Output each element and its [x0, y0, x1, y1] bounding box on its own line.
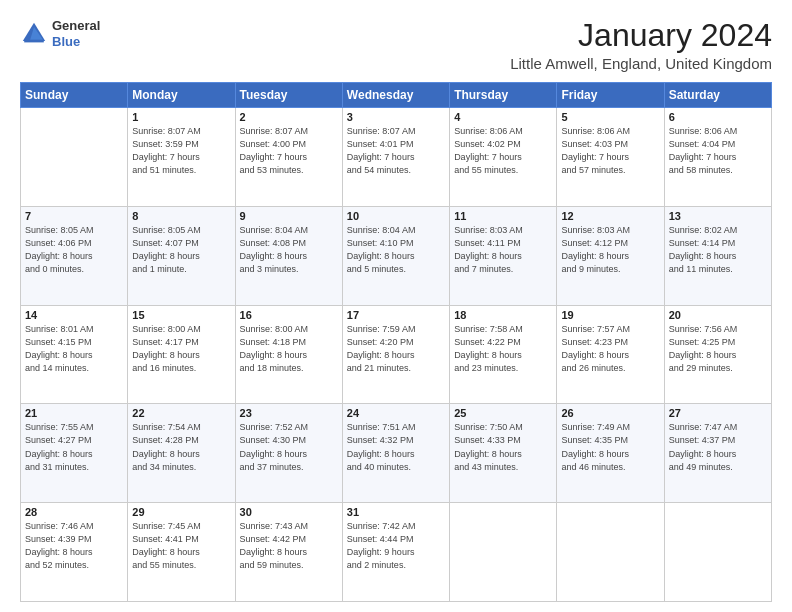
logo-text: General Blue [52, 18, 100, 49]
cell-info: Sunrise: 8:04 AM Sunset: 4:10 PM Dayligh… [347, 224, 445, 276]
calendar-week-4: 21Sunrise: 7:55 AM Sunset: 4:27 PM Dayli… [21, 404, 772, 503]
calendar-cell: 3Sunrise: 8:07 AM Sunset: 4:01 PM Daylig… [342, 108, 449, 207]
cell-info: Sunrise: 7:51 AM Sunset: 4:32 PM Dayligh… [347, 421, 445, 473]
calendar-cell: 14Sunrise: 8:01 AM Sunset: 4:15 PM Dayli… [21, 305, 128, 404]
cell-info: Sunrise: 7:47 AM Sunset: 4:37 PM Dayligh… [669, 421, 767, 473]
calendar-cell: 8Sunrise: 8:05 AM Sunset: 4:07 PM Daylig… [128, 206, 235, 305]
title-block: January 2024 Little Amwell, England, Uni… [510, 18, 772, 72]
cell-info: Sunrise: 8:07 AM Sunset: 4:00 PM Dayligh… [240, 125, 338, 177]
day-number: 24 [347, 407, 445, 419]
day-number: 1 [132, 111, 230, 123]
day-number: 19 [561, 309, 659, 321]
cell-info: Sunrise: 8:03 AM Sunset: 4:12 PM Dayligh… [561, 224, 659, 276]
calendar-cell: 28Sunrise: 7:46 AM Sunset: 4:39 PM Dayli… [21, 503, 128, 602]
weekday-header-tuesday: Tuesday [235, 83, 342, 108]
calendar-cell [664, 503, 771, 602]
calendar-cell: 2Sunrise: 8:07 AM Sunset: 4:00 PM Daylig… [235, 108, 342, 207]
calendar-cell: 9Sunrise: 8:04 AM Sunset: 4:08 PM Daylig… [235, 206, 342, 305]
day-number: 15 [132, 309, 230, 321]
calendar-cell: 10Sunrise: 8:04 AM Sunset: 4:10 PM Dayli… [342, 206, 449, 305]
day-number: 30 [240, 506, 338, 518]
calendar-cell: 26Sunrise: 7:49 AM Sunset: 4:35 PM Dayli… [557, 404, 664, 503]
cell-info: Sunrise: 8:02 AM Sunset: 4:14 PM Dayligh… [669, 224, 767, 276]
day-number: 25 [454, 407, 552, 419]
weekday-header-friday: Friday [557, 83, 664, 108]
calendar-cell: 22Sunrise: 7:54 AM Sunset: 4:28 PM Dayli… [128, 404, 235, 503]
day-number: 27 [669, 407, 767, 419]
day-number: 8 [132, 210, 230, 222]
cell-info: Sunrise: 8:05 AM Sunset: 4:06 PM Dayligh… [25, 224, 123, 276]
calendar-cell: 1Sunrise: 8:07 AM Sunset: 3:59 PM Daylig… [128, 108, 235, 207]
day-number: 6 [669, 111, 767, 123]
calendar-cell: 6Sunrise: 8:06 AM Sunset: 4:04 PM Daylig… [664, 108, 771, 207]
calendar-cell: 24Sunrise: 7:51 AM Sunset: 4:32 PM Dayli… [342, 404, 449, 503]
day-number: 17 [347, 309, 445, 321]
calendar-cell: 29Sunrise: 7:45 AM Sunset: 4:41 PM Dayli… [128, 503, 235, 602]
calendar-cell: 27Sunrise: 7:47 AM Sunset: 4:37 PM Dayli… [664, 404, 771, 503]
calendar-week-5: 28Sunrise: 7:46 AM Sunset: 4:39 PM Dayli… [21, 503, 772, 602]
cell-info: Sunrise: 7:43 AM Sunset: 4:42 PM Dayligh… [240, 520, 338, 572]
day-number: 16 [240, 309, 338, 321]
day-number: 13 [669, 210, 767, 222]
cell-info: Sunrise: 7:50 AM Sunset: 4:33 PM Dayligh… [454, 421, 552, 473]
header: General Blue January 2024 Little Amwell,… [20, 18, 772, 72]
calendar-cell [450, 503, 557, 602]
day-number: 11 [454, 210, 552, 222]
day-number: 23 [240, 407, 338, 419]
day-number: 2 [240, 111, 338, 123]
weekday-header-saturday: Saturday [664, 83, 771, 108]
logo: General Blue [20, 18, 100, 49]
calendar-cell: 23Sunrise: 7:52 AM Sunset: 4:30 PM Dayli… [235, 404, 342, 503]
cell-info: Sunrise: 8:01 AM Sunset: 4:15 PM Dayligh… [25, 323, 123, 375]
weekday-header-sunday: Sunday [21, 83, 128, 108]
cell-info: Sunrise: 8:03 AM Sunset: 4:11 PM Dayligh… [454, 224, 552, 276]
cell-info: Sunrise: 7:46 AM Sunset: 4:39 PM Dayligh… [25, 520, 123, 572]
cell-info: Sunrise: 8:04 AM Sunset: 4:08 PM Dayligh… [240, 224, 338, 276]
cell-info: Sunrise: 8:00 AM Sunset: 4:18 PM Dayligh… [240, 323, 338, 375]
cell-info: Sunrise: 7:42 AM Sunset: 4:44 PM Dayligh… [347, 520, 445, 572]
calendar-cell: 25Sunrise: 7:50 AM Sunset: 4:33 PM Dayli… [450, 404, 557, 503]
calendar-cell: 21Sunrise: 7:55 AM Sunset: 4:27 PM Dayli… [21, 404, 128, 503]
calendar-cell [557, 503, 664, 602]
day-number: 20 [669, 309, 767, 321]
cell-info: Sunrise: 8:06 AM Sunset: 4:04 PM Dayligh… [669, 125, 767, 177]
cell-info: Sunrise: 7:58 AM Sunset: 4:22 PM Dayligh… [454, 323, 552, 375]
calendar-cell: 17Sunrise: 7:59 AM Sunset: 4:20 PM Dayli… [342, 305, 449, 404]
cell-info: Sunrise: 7:59 AM Sunset: 4:20 PM Dayligh… [347, 323, 445, 375]
cell-info: Sunrise: 7:57 AM Sunset: 4:23 PM Dayligh… [561, 323, 659, 375]
day-number: 26 [561, 407, 659, 419]
day-number: 31 [347, 506, 445, 518]
calendar-week-3: 14Sunrise: 8:01 AM Sunset: 4:15 PM Dayli… [21, 305, 772, 404]
weekday-header-wednesday: Wednesday [342, 83, 449, 108]
day-number: 5 [561, 111, 659, 123]
calendar-cell: 11Sunrise: 8:03 AM Sunset: 4:11 PM Dayli… [450, 206, 557, 305]
month-title: January 2024 [510, 18, 772, 53]
day-number: 18 [454, 309, 552, 321]
cell-info: Sunrise: 7:54 AM Sunset: 4:28 PM Dayligh… [132, 421, 230, 473]
weekday-header-monday: Monday [128, 83, 235, 108]
logo-icon [20, 20, 48, 48]
calendar-cell [21, 108, 128, 207]
calendar-week-1: 1Sunrise: 8:07 AM Sunset: 3:59 PM Daylig… [21, 108, 772, 207]
calendar-cell: 30Sunrise: 7:43 AM Sunset: 4:42 PM Dayli… [235, 503, 342, 602]
calendar-cell: 12Sunrise: 8:03 AM Sunset: 4:12 PM Dayli… [557, 206, 664, 305]
weekday-header-row: SundayMondayTuesdayWednesdayThursdayFrid… [21, 83, 772, 108]
cell-info: Sunrise: 7:55 AM Sunset: 4:27 PM Dayligh… [25, 421, 123, 473]
calendar-cell: 13Sunrise: 8:02 AM Sunset: 4:14 PM Dayli… [664, 206, 771, 305]
calendar-cell: 19Sunrise: 7:57 AM Sunset: 4:23 PM Dayli… [557, 305, 664, 404]
day-number: 3 [347, 111, 445, 123]
calendar-cell: 18Sunrise: 7:58 AM Sunset: 4:22 PM Dayli… [450, 305, 557, 404]
day-number: 10 [347, 210, 445, 222]
location: Little Amwell, England, United Kingdom [510, 55, 772, 72]
cell-info: Sunrise: 7:52 AM Sunset: 4:30 PM Dayligh… [240, 421, 338, 473]
weekday-header-thursday: Thursday [450, 83, 557, 108]
cell-info: Sunrise: 7:56 AM Sunset: 4:25 PM Dayligh… [669, 323, 767, 375]
day-number: 29 [132, 506, 230, 518]
day-number: 12 [561, 210, 659, 222]
calendar-cell: 15Sunrise: 8:00 AM Sunset: 4:17 PM Dayli… [128, 305, 235, 404]
cell-info: Sunrise: 8:06 AM Sunset: 4:03 PM Dayligh… [561, 125, 659, 177]
cell-info: Sunrise: 8:06 AM Sunset: 4:02 PM Dayligh… [454, 125, 552, 177]
calendar-cell: 16Sunrise: 8:00 AM Sunset: 4:18 PM Dayli… [235, 305, 342, 404]
day-number: 4 [454, 111, 552, 123]
day-number: 7 [25, 210, 123, 222]
